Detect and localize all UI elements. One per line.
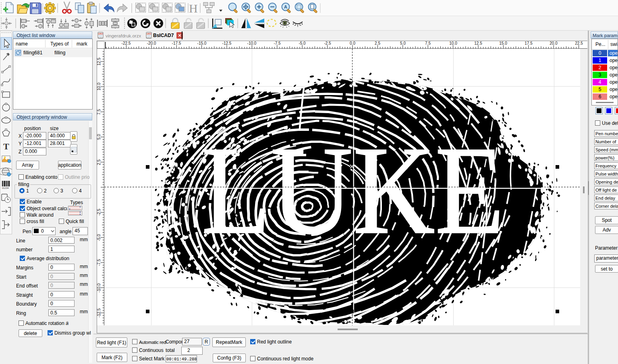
svg-text:12.5: 12.5	[474, 41, 482, 46]
svg-text:10.0: 10.0	[97, 83, 101, 91]
svg-text:10.0: 10.0	[449, 41, 457, 46]
svg-text:-2.5: -2.5	[324, 41, 331, 46]
svg-text:17.5: 17.5	[525, 41, 533, 46]
svg-text:-5.0: -5.0	[299, 41, 306, 46]
svg-text:-5.0: -5.0	[97, 234, 101, 241]
svg-text:5.0: 5.0	[97, 134, 101, 140]
svg-text:7.5: 7.5	[97, 109, 101, 115]
svg-text:-12.5: -12.5	[222, 41, 232, 46]
svg-text:-17.5: -17.5	[172, 41, 181, 46]
svg-text:ORZ: ORZ	[98, 33, 103, 35]
svg-text:A: A	[284, 4, 287, 9]
svg-text:-22.5: -22.5	[122, 41, 131, 46]
svg-text:2.5: 2.5	[375, 41, 380, 46]
svg-text:2.5: 2.5	[97, 159, 101, 165]
svg-text:ORZ: ORZ	[147, 33, 151, 35]
svg-text:-12.5: -12.5	[97, 308, 101, 317]
svg-text:5.0: 5.0	[400, 41, 406, 46]
svg-text:LUKE: LUKE	[201, 120, 504, 260]
svg-text:12.5: 12.5	[97, 58, 101, 66]
svg-text:-20.0: -20.0	[147, 41, 156, 46]
svg-text:-15.0: -15.0	[197, 41, 207, 46]
svg-text:-10.0: -10.0	[97, 283, 101, 292]
svg-text:-10.0: -10.0	[247, 41, 257, 46]
svg-text:H: H	[189, 2, 198, 15]
svg-text:-7.5: -7.5	[97, 259, 101, 266]
svg-text:T: T	[3, 141, 9, 151]
svg-text:01234: 01234	[2, 187, 9, 189]
svg-text:-7.5: -7.5	[274, 41, 281, 46]
svg-text:-2.5: -2.5	[97, 209, 101, 216]
svg-text:15.0: 15.0	[499, 41, 507, 46]
svg-text:20.0: 20.0	[550, 41, 558, 46]
svg-text:0.0: 0.0	[350, 41, 355, 46]
svg-text:22.5: 22.5	[575, 41, 583, 46]
svg-text:7.5: 7.5	[425, 41, 431, 46]
